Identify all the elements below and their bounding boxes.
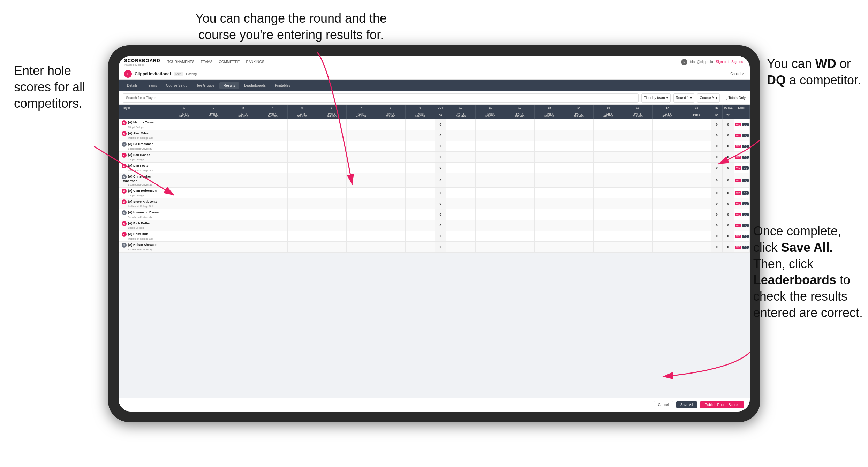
hole-12-input-row-1[interactable] bbox=[505, 130, 535, 141]
hole-8-input-row-5[interactable] bbox=[376, 173, 406, 188]
score-input-3-2[interactable] bbox=[200, 152, 228, 162]
score-input-3-12[interactable] bbox=[506, 152, 534, 162]
score-input-8-7[interactable] bbox=[347, 209, 375, 220]
hole-12-input-row-4[interactable] bbox=[505, 163, 535, 173]
score-input-2-15[interactable] bbox=[594, 141, 622, 151]
score-input-7-2[interactable] bbox=[200, 198, 228, 209]
hole-16-input-row-11[interactable] bbox=[623, 242, 653, 253]
hole-10-input-row-10[interactable] bbox=[446, 231, 476, 242]
score-input-7-1[interactable] bbox=[170, 198, 198, 209]
hole-13-input-row-9[interactable] bbox=[535, 220, 564, 231]
hole-17-input-row-9[interactable] bbox=[652, 220, 682, 231]
score-input-4-5[interactable] bbox=[288, 163, 316, 173]
hole-7-input-row-5[interactable] bbox=[346, 173, 376, 188]
score-input-2-7[interactable] bbox=[347, 141, 375, 151]
score-input-11-17[interactable] bbox=[654, 242, 681, 252]
hole-5-input-row-6[interactable] bbox=[287, 188, 317, 198]
hole-2-input-row-3[interactable] bbox=[199, 152, 228, 163]
hole-7-input-row-3[interactable] bbox=[346, 152, 376, 163]
hole-15-input-row-6[interactable] bbox=[594, 188, 623, 198]
wd-button-10[interactable]: WD bbox=[735, 235, 742, 238]
score-input-5-7[interactable] bbox=[347, 173, 375, 187]
score-input-4-12[interactable] bbox=[506, 163, 534, 173]
score-input-10-7[interactable] bbox=[347, 231, 375, 241]
hole-4-input-row-8[interactable] bbox=[258, 209, 287, 220]
hole-7-input-row-4[interactable] bbox=[346, 163, 376, 173]
score-input-1-7[interactable] bbox=[347, 130, 375, 141]
hole-13-input-row-4[interactable] bbox=[535, 163, 564, 173]
tab-tee-groups[interactable]: Tee Groups bbox=[192, 82, 219, 89]
score-input-7-13[interactable] bbox=[535, 198, 563, 209]
score-input-11-11[interactable] bbox=[476, 242, 504, 252]
score-input-11-1[interactable] bbox=[170, 242, 198, 252]
hole-4-input-row-6[interactable] bbox=[258, 188, 287, 198]
score-input-11-5[interactable] bbox=[288, 242, 316, 252]
hole-12-input-row-9[interactable] bbox=[505, 220, 535, 231]
score-input-6-4[interactable] bbox=[259, 188, 287, 198]
hole-14-input-row-0[interactable] bbox=[564, 119, 594, 130]
hole-3-input-row-7[interactable] bbox=[228, 198, 258, 209]
hole-13-input-row-8[interactable] bbox=[535, 209, 564, 220]
score-input-2-11[interactable] bbox=[476, 141, 504, 151]
hole-3-input-row-10[interactable] bbox=[228, 231, 258, 242]
score-input-0-14[interactable] bbox=[565, 119, 593, 130]
hole-1-input-row-9[interactable] bbox=[169, 220, 199, 231]
wd-button-1[interactable]: WD bbox=[735, 134, 742, 137]
hole-15-input-row-10[interactable] bbox=[594, 231, 623, 242]
score-input-10-10[interactable] bbox=[447, 231, 475, 241]
hole-12-input-row-0[interactable] bbox=[505, 119, 535, 130]
score-input-6-5[interactable] bbox=[288, 188, 316, 198]
hole-15-input-row-0[interactable] bbox=[594, 119, 623, 130]
hole-18-input-row-1[interactable] bbox=[682, 130, 711, 141]
hole-17-input-row-2[interactable] bbox=[652, 141, 682, 152]
hole-6-input-row-3[interactable] bbox=[317, 152, 347, 163]
hole-17-input-row-11[interactable] bbox=[652, 242, 682, 253]
hole-2-input-row-11[interactable] bbox=[199, 242, 228, 253]
score-input-5-1[interactable] bbox=[170, 173, 198, 187]
search-input[interactable] bbox=[123, 93, 639, 103]
score-input-2-6[interactable] bbox=[318, 141, 346, 151]
hole-5-input-row-8[interactable] bbox=[287, 209, 317, 220]
score-input-4-15[interactable] bbox=[594, 163, 622, 173]
score-input-7-7[interactable] bbox=[347, 198, 375, 209]
score-input-0-12[interactable] bbox=[506, 119, 534, 130]
score-input-9-6[interactable] bbox=[318, 220, 346, 231]
score-input-5-18[interactable] bbox=[683, 173, 710, 187]
hole-4-input-row-11[interactable] bbox=[258, 242, 287, 253]
score-input-11-16[interactable] bbox=[624, 242, 652, 252]
score-input-4-2[interactable] bbox=[200, 163, 228, 173]
score-input-10-1[interactable] bbox=[170, 231, 198, 241]
score-input-10-16[interactable] bbox=[624, 231, 652, 241]
hole-18-input-row-11[interactable] bbox=[682, 242, 711, 253]
hole-5-input-row-3[interactable] bbox=[287, 152, 317, 163]
score-input-8-16[interactable] bbox=[624, 209, 652, 220]
hole-15-input-row-1[interactable] bbox=[594, 130, 623, 141]
hole-17-input-row-4[interactable] bbox=[652, 163, 682, 173]
hole-18-input-row-0[interactable] bbox=[682, 119, 711, 130]
hole-2-input-row-2[interactable] bbox=[199, 141, 228, 152]
wd-button-8[interactable]: WD bbox=[735, 213, 742, 216]
score-input-11-18[interactable] bbox=[683, 242, 710, 252]
hole-18-input-row-3[interactable] bbox=[682, 152, 711, 163]
score-input-10-14[interactable] bbox=[565, 231, 593, 241]
score-input-5-8[interactable] bbox=[377, 173, 405, 187]
score-input-7-4[interactable] bbox=[259, 198, 287, 209]
hole-14-input-row-7[interactable] bbox=[564, 198, 594, 209]
score-input-7-3[interactable] bbox=[229, 198, 257, 209]
hole-6-input-row-6[interactable] bbox=[317, 188, 347, 198]
score-input-7-18[interactable] bbox=[683, 198, 710, 209]
hole-12-input-row-2[interactable] bbox=[505, 141, 535, 152]
score-input-4-17[interactable] bbox=[654, 163, 681, 173]
hole-6-input-row-9[interactable] bbox=[317, 220, 347, 231]
score-input-3-10[interactable] bbox=[447, 152, 475, 162]
score-input-0-17[interactable] bbox=[654, 119, 681, 130]
hole-12-input-row-5[interactable] bbox=[505, 173, 535, 188]
hole-3-input-row-8[interactable] bbox=[228, 209, 258, 220]
hole-3-input-row-3[interactable] bbox=[228, 152, 258, 163]
score-input-1-1[interactable] bbox=[170, 130, 198, 141]
score-input-1-9[interactable] bbox=[406, 130, 434, 141]
score-input-3-13[interactable] bbox=[535, 152, 563, 162]
hole-14-input-row-8[interactable] bbox=[564, 209, 594, 220]
hole-4-input-row-10[interactable] bbox=[258, 231, 287, 242]
score-input-11-2[interactable] bbox=[200, 242, 228, 252]
